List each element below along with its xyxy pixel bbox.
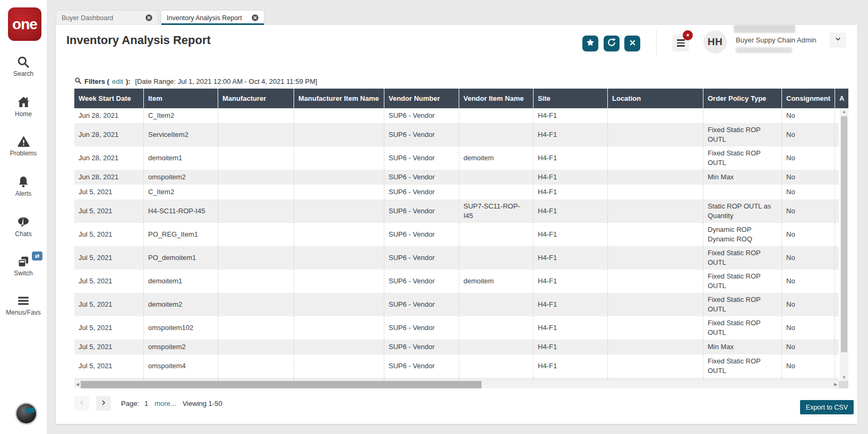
favorite-button[interactable]: [582, 36, 598, 51]
sidebar-item-alerts[interactable]: Alerts: [0, 174, 47, 197]
sidebar-item-chats[interactable]: Chats: [0, 214, 47, 238]
table-cell: Min Max: [703, 170, 781, 185]
next-page-button[interactable]: [96, 396, 111, 411]
sidebar-item-label: Search: [0, 70, 47, 77]
table-cell: Jun 28, 2021: [74, 108, 143, 123]
date-range-text: [Date Range: Jul 1, 2021 12:00 AM - Oct …: [135, 77, 317, 85]
column-header[interactable]: Manufacturer: [218, 89, 294, 108]
table-cell: [835, 316, 839, 340]
table-cell: [294, 108, 384, 123]
refresh-button[interactable]: [604, 36, 620, 51]
table-cell: SUP6 - Vendor: [384, 146, 459, 170]
column-header[interactable]: A: [835, 89, 848, 108]
vertical-scrollbar-thumb[interactable]: [841, 116, 847, 352]
table-cell: [835, 246, 839, 270]
table-row[interactable]: Jul 5, 2021H4-SC11-ROP-I45SUP6 - VendorS…: [74, 199, 839, 223]
column-header[interactable]: Week Start Date: [74, 89, 143, 108]
table-cell: H4-F1: [533, 316, 607, 340]
table-cell: No: [781, 170, 835, 185]
table-cell: [835, 293, 839, 316]
table-row[interactable]: Jul 5, 2021omspoitem4SUP6 - VendorH4-F1F…: [74, 354, 839, 378]
table-cell: [703, 108, 781, 123]
table-cell: Fixed Static ROP OUTL: [703, 246, 781, 270]
table-cell: Fixed Static ROP OUTL: [703, 123, 781, 146]
table-row[interactable]: Jun 28, 2021C_Item2SUP6 - VendorH4-F1No: [74, 108, 839, 123]
close-report-button[interactable]: [624, 36, 640, 51]
column-header[interactable]: Consignment: [781, 89, 835, 108]
table-row[interactable]: Jul 5, 2021demoitem1SUP6 - Vendordemoite…: [74, 270, 839, 293]
sidebar-item-search[interactable]: Search: [0, 54, 47, 77]
table-row[interactable]: Jul 5, 2021omspoitem102SUP6 - VendorH4-F…: [74, 316, 839, 340]
edit-filters-link[interactable]: edit: [112, 77, 123, 85]
table-cell: Dynamic ROP Dynamic ROQ: [703, 223, 781, 246]
table-cell: [607, 293, 703, 316]
sidebar-item-home[interactable]: Home: [0, 94, 47, 118]
profile-photo-avatar[interactable]: [15, 403, 37, 424]
table-cell: [835, 354, 839, 378]
scroll-left-arrow[interactable]: ◀: [74, 381, 81, 388]
table-cell: [607, 316, 703, 340]
table-cell: SUP7-SC11-ROP-I45: [459, 199, 533, 223]
close-circle-icon[interactable]: [145, 14, 152, 21]
table-cell: SUP6 - Vendor: [384, 270, 459, 293]
column-header[interactable]: Location: [607, 89, 703, 108]
table-row[interactable]: Jul 5, 2021PO_demoitem1SUP6 - VendorH4-F…: [74, 246, 839, 270]
table-cell: [218, 170, 294, 185]
notifications-menu-button[interactable]: ★: [672, 34, 689, 51]
swap-arrows-icon[interactable]: ⇄: [32, 251, 42, 261]
table-cell: [294, 246, 384, 270]
table-row[interactable]: Jun 28, 2021omspoitem2SUP6 - VendorH4-F1…: [74, 170, 839, 185]
table-row[interactable]: Jun 28, 2021demoitem1SUP6 - Vendordemoit…: [74, 146, 839, 170]
previous-page-button[interactable]: [74, 396, 89, 411]
tab-inventory-analysis-report[interactable]: Inventory Analysis Report: [161, 10, 264, 25]
sidebar-item-switch[interactable]: Switch ⇄: [0, 254, 47, 277]
column-header[interactable]: Manufacturer Item Name: [294, 89, 384, 108]
column-header[interactable]: Vendor Item Name: [459, 89, 533, 108]
report-panel: Inventory Analysis Report ★ HH Buyer Sup…: [56, 25, 857, 424]
table-cell: Fixed Static ROP OUTL: [703, 293, 781, 316]
horizontal-scrollbar-thumb[interactable]: [81, 381, 482, 388]
sidebar-item-label: Chats: [0, 230, 47, 238]
column-header[interactable]: Vendor Number: [384, 89, 459, 108]
table-cell: [218, 293, 294, 316]
table-cell: [835, 123, 839, 146]
sidebar-item-problems[interactable]: Problems: [0, 134, 47, 157]
column-header[interactable]: Order Policy Type: [703, 89, 781, 108]
tab-buyer-dashboard[interactable]: Buyer Dashboard: [56, 10, 158, 25]
table-cell: [835, 170, 839, 185]
scroll-right-arrow[interactable]: ▶: [832, 381, 839, 388]
table-cell: SUP6 - Vendor: [384, 170, 459, 185]
grid-header-row: Week Start DateItemManufacturerManufactu…: [74, 89, 848, 108]
table-cell: [607, 199, 703, 223]
table-cell: H4-F1: [533, 354, 607, 378]
column-header[interactable]: Item: [143, 89, 218, 108]
horizontal-scrollbar: ◀ ▶: [74, 381, 839, 388]
sidebar-item-menus-favs[interactable]: Menus/Favs: [0, 293, 47, 316]
alerts-icon: [0, 174, 47, 189]
export-to-csv-button[interactable]: Export to CSV: [800, 400, 854, 414]
table-cell: [607, 223, 703, 246]
hamburger-icon: [677, 39, 685, 41]
vertical-scrollbar: ▲ ▼: [840, 108, 848, 381]
table-row[interactable]: Jul 5, 2021omspoitem2SUP6 - VendorH4-F1M…: [74, 340, 839, 354]
table-row[interactable]: Jul 5, 2021PO_REG_Item1SUP6 - VendorH4-F…: [74, 223, 839, 246]
table-cell: [459, 123, 533, 146]
table-cell: Jul 5, 2021: [74, 185, 143, 199]
more-pages-link[interactable]: more...: [154, 400, 176, 407]
column-header[interactable]: Site: [533, 89, 607, 108]
table-cell: [459, 293, 533, 316]
table-cell: Fixed Static ROP OUTL: [703, 270, 781, 293]
scroll-down-arrow[interactable]: ▼: [840, 374, 848, 381]
table-row[interactable]: Jul 5, 2021demoitem2SUP6 - VendorH4-F1Fi…: [74, 293, 839, 316]
table-cell: Jul 5, 2021: [74, 354, 143, 378]
close-circle-icon[interactable]: [252, 14, 259, 21]
scroll-up-arrow[interactable]: ▲: [840, 108, 848, 115]
user-initials-avatar[interactable]: HH: [703, 30, 727, 54]
table-cell: [607, 170, 703, 185]
one-network-logo[interactable]: one: [8, 7, 41, 41]
table-row[interactable]: Jul 5, 2021C_Item2SUP6 - VendorH4-F1No: [74, 185, 839, 199]
user-menu-button[interactable]: [829, 32, 846, 48]
table-row[interactable]: Jun 28, 2021ServiceItem2SUP6 - VendorH4-…: [74, 123, 839, 146]
table-cell: Jul 5, 2021: [74, 199, 143, 223]
sidebar: one Search Home Problems Alerts Chats: [0, 0, 47, 434]
